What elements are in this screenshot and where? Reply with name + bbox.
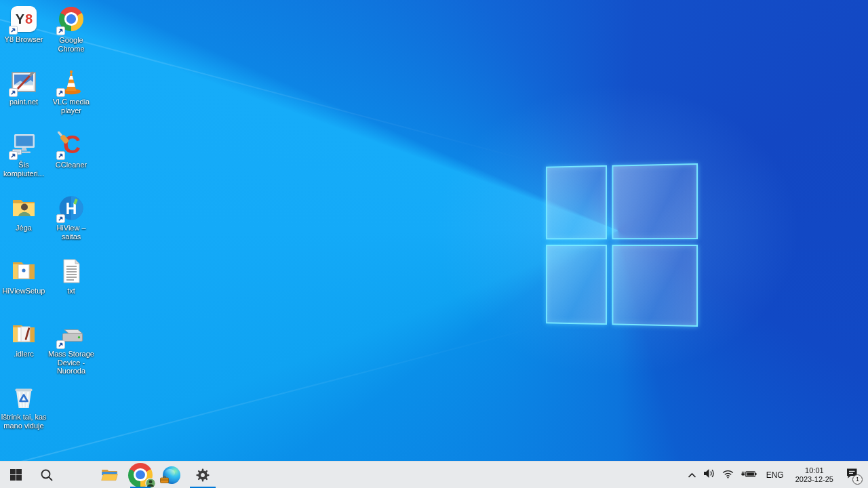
desktop-icon-label: CCleaner [48, 161, 94, 169]
chrome-icon [58, 7, 85, 34]
desktop-icon-label: Šis kompiuteri... [1, 161, 47, 178]
y8-icon: Y8 [10, 6, 37, 33]
file-explorer-icon [101, 466, 118, 483]
desktop-icon-label: Ištrink tai, kas mano viduje [1, 413, 47, 430]
shortcut-arrow-icon [56, 26, 65, 35]
desktop-icon-label: .idlerc [1, 350, 47, 359]
taskbar-button-chrome[interactable] [125, 462, 156, 488]
taskbar-button-settings[interactable] [187, 462, 218, 488]
edge-icon [163, 466, 180, 484]
desktop-icon-label: Mass Storage Device - Nuoroda [48, 350, 94, 375]
desktop-icon-label: HiViewSetup [1, 287, 47, 296]
language-indicator[interactable]: ENG [760, 462, 790, 488]
notification-badge: 1 [852, 474, 863, 485]
desktop-icon-label: VLC media player [48, 98, 94, 115]
desktop-icon-this-pc[interactable]: Šis kompiuteri... [0, 131, 47, 178]
drive-icon [58, 321, 85, 348]
taskbar-button-file-explorer[interactable] [94, 462, 125, 488]
tray-button-network[interactable] [719, 462, 737, 488]
volume-icon [703, 468, 715, 481]
shortcut-arrow-icon [9, 88, 18, 97]
desktop-icon-ccleaner[interactable]: CCCleaner [47, 131, 95, 169]
taskbar-button-search[interactable] [31, 462, 62, 488]
tray-button-hidden-icons[interactable] [684, 462, 700, 488]
system-tray: ENG 10:01 2023-12-25 1 [684, 462, 868, 488]
taskbar-button-paint-net[interactable] [62, 462, 94, 488]
paintnet-icon [10, 68, 37, 96]
desktop-icon-vlc-media-player[interactable]: VLC media player [47, 68, 95, 115]
windows-desktop: { "desktop": { "wallpaper": { "bright_co… [0, 0, 868, 488]
recycle-bin-icon [10, 384, 37, 411]
text-file-icon [58, 258, 85, 285]
tray-button-battery[interactable] [737, 462, 760, 488]
clock-date: 2023-12-25 [795, 475, 833, 484]
desktop-icon-google-chrome[interactable]: Google Chrome [47, 5, 95, 53]
shortcut-arrow-icon [9, 151, 18, 160]
taskbar-button-edge[interactable] [156, 462, 187, 488]
desktop-icon-paint-net[interactable]: paint.net [0, 68, 47, 106]
desktop-icon-recycle-bin[interactable]: Ištrink tai, kas mano viduje [0, 384, 47, 430]
shortcut-arrow-icon [9, 26, 18, 35]
desktop-icon-label: paint.net [1, 98, 47, 106]
battery-charging-icon [741, 469, 757, 481]
desktop-icon-label: Jėga [1, 224, 47, 232]
tray-icon-group [684, 462, 760, 488]
desktop-icon-y8-browser[interactable]: Y8Y8 Browser [0, 5, 47, 44]
computer-icon [10, 131, 37, 159]
shortcut-arrow-icon [56, 88, 65, 97]
search-icon [40, 468, 54, 482]
folder-files-icon [10, 321, 37, 348]
windows-start-icon [10, 469, 22, 481]
gear-icon [195, 468, 210, 483]
taskbar-pinned-apps [0, 462, 218, 488]
desktop-icon-hiviewsetup[interactable]: HiViewSetup [0, 258, 47, 296]
desktop-icon-label: HiView – saitas [48, 224, 94, 241]
vlc-cone-icon [58, 68, 85, 96]
shortcut-arrow-icon [56, 340, 65, 349]
shortcut-arrow-icon [56, 214, 65, 223]
chrome-icon [128, 462, 153, 488]
ccleaner-icon: C [58, 131, 85, 159]
taskbar-button-start[interactable] [0, 462, 31, 488]
shortcut-arrow-icon [56, 151, 65, 160]
taskbar: ENG 10:01 2023-12-25 1 [0, 461, 868, 488]
briefcase-icon [160, 474, 169, 486]
clock[interactable]: 10:01 2023-12-25 [790, 466, 839, 484]
hiview-icon: H [58, 195, 85, 222]
wifi-icon [722, 469, 734, 481]
desktop-icon-txt[interactable]: txt [47, 258, 95, 296]
desktop-icon-grid: Y8Y8 BrowserGoogle Chromepaint.netVLC me… [0, 0, 868, 488]
desktop-icon-jega[interactable]: Jėga [0, 195, 47, 232]
user-folder-icon [10, 195, 37, 222]
desktop-icon-label: Google Chrome [48, 36, 94, 53]
desktop-icon-label: txt [48, 287, 94, 296]
desktop-icon-mass-storage[interactable]: Mass Storage Device - Nuoroda [47, 321, 95, 375]
svg-text:C: C [63, 131, 81, 159]
desktop-icon-idlerc[interactable]: .idlerc [0, 321, 47, 359]
action-center-button[interactable]: 1 [839, 462, 865, 488]
desktop-icon-label: Y8 Browser [1, 35, 47, 44]
desktop-icon-hiview-saitas[interactable]: HHiView – saitas [47, 195, 95, 241]
tray-button-volume[interactable] [700, 462, 719, 488]
folder-doc-icon [10, 258, 37, 285]
clock-time: 10:01 [795, 466, 833, 475]
chevron-up-icon [688, 469, 696, 481]
